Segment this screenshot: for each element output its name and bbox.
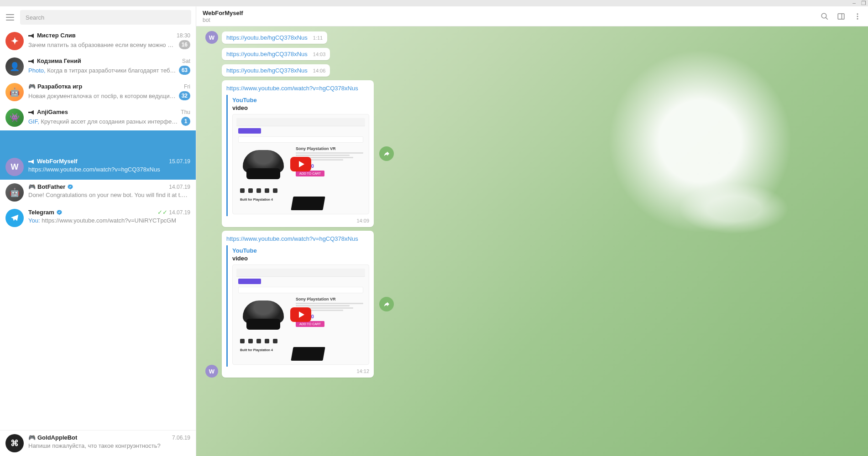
chat-preview: GIF, Крутецкий ассет для создания разных… <box>28 118 178 125</box>
chat-preview: Зачем платить за образование если всему … <box>28 41 176 48</box>
chat-time: Thu <box>181 109 190 115</box>
message-avatar[interactable]: W <box>205 365 218 378</box>
chat-name: GoldAppleBot <box>37 434 77 441</box>
channel-icon <box>28 57 35 64</box>
svg-point-5 <box>857 16 858 17</box>
chat-list[interactable]: ✦ Мистер Слив 18:30 Зачем платить за обр… <box>0 28 196 430</box>
message-time: 14:03 <box>313 52 326 57</box>
chat-item[interactable]: ⌘ 🎮GoldAppleBot 7.06.19 Напиши пожалуйст… <box>0 430 196 456</box>
app-root: ✦ Мистер Слив 18:30 Зачем платить за обр… <box>0 6 868 456</box>
message-link[interactable]: https://youtu.be/hgCQ378xNus <box>226 51 308 57</box>
chat-name: WebForMyself <box>37 158 78 165</box>
avatar: ✦ <box>5 32 24 50</box>
read-checks-icon: ✓✓ <box>157 209 167 216</box>
chat-item[interactable]: Telegram ✓✓14.07.19 You: https://www.you… <box>0 205 196 231</box>
preview-title: video <box>232 104 369 111</box>
message-bubble-rich[interactable]: https://www.youtube.com/watch?v=hgCQ378x… <box>222 80 374 227</box>
message-avatar[interactable]: W <box>205 31 218 44</box>
unread-badge: 32 <box>179 91 190 100</box>
svg-point-4 <box>857 13 858 15</box>
message-row: W https://www.youtube.com/watch?v=hgCQ37… <box>205 231 859 378</box>
chat-item[interactable]: 👤 Кодзима Гений Sat Photo, Когда в титра… <box>0 54 196 79</box>
preview-thumbnail[interactable]: Sony Playstation VR $390.00 ADD TO CART … <box>232 264 369 365</box>
search-box[interactable] <box>20 10 191 25</box>
preview-site: YouTube <box>232 97 369 104</box>
chat-name: BotFather <box>37 183 65 190</box>
search-icon[interactable] <box>821 12 829 21</box>
window-minimize[interactable]: – <box>852 0 856 6</box>
menu-icon[interactable] <box>5 12 16 23</box>
chat-preview: Done! Congratulations on your new bot. Y… <box>28 192 190 198</box>
chat-time: Fri <box>184 83 190 90</box>
avatar: ⌘ <box>5 434 24 452</box>
chat-time: 18:30 <box>177 32 190 39</box>
chat-name: Разработка игр <box>37 83 82 90</box>
chat-preview: https://www.youtube.com/watch?v=hgCQ378x… <box>28 166 190 173</box>
share-button[interactable] <box>379 146 394 161</box>
share-button[interactable] <box>379 297 394 311</box>
sidebar-header <box>0 6 196 28</box>
avatar: W <box>5 158 24 176</box>
message-link[interactable]: https://youtu.be/hgCQ378xNus <box>226 34 308 41</box>
chat-title: WebForMyself <box>203 10 243 16</box>
message-bubble[interactable]: https://youtu.be/hgCQ378xNus 14:03 <box>222 48 330 60</box>
chat-name: Кодзима Гений <box>37 57 81 64</box>
chat-item[interactable]: 👾 AnjiGames Thu GIF, Крутецкий ассет для… <box>0 105 196 130</box>
bot-icon: 🎮 <box>28 183 36 190</box>
message-link[interactable]: https://www.youtube.com/watch?v=hgCQ378x… <box>226 85 358 92</box>
chat-preview: You: https://www.youtube.com/watch?v=UNi… <box>28 217 190 224</box>
chat-preview: Новая документалочка от noclip, в которо… <box>28 93 176 99</box>
chat-name: AnjiGames <box>37 109 68 115</box>
avatar: 🤖 <box>5 183 24 202</box>
bot-icon: 🎮 <box>28 434 36 441</box>
message-row: https://www.youtube.com/watch?v=hgCQ378x… <box>205 80 859 227</box>
message-time: 14:06 <box>313 68 326 73</box>
message-bubble[interactable]: https://youtu.be/hgCQ378xNus 1:11 <box>222 31 327 44</box>
message-bubble[interactable]: https://youtu.be/hgCQ378xNus 14:06 <box>222 64 330 77</box>
chat-subtitle: bot <box>203 17 243 23</box>
sidebar: ✦ Мистер Слив 18:30 Зачем платить за обр… <box>0 6 196 456</box>
verified-icon <box>67 184 73 190</box>
channel-icon <box>28 109 35 115</box>
play-icon[interactable] <box>290 307 311 322</box>
chat-time: ✓✓14.07.19 <box>157 209 190 216</box>
preview-thumbnail[interactable]: Sony Playstation VR $390.00 ADD TO CART … <box>232 114 369 214</box>
avatar <box>5 209 24 227</box>
chat-header[interactable]: WebForMyself bot <box>196 6 868 26</box>
preview-site: YouTube <box>232 247 369 254</box>
message-list[interactable]: W https://youtu.be/hgCQ378xNus 1:11 http… <box>196 26 868 456</box>
chat-name: Telegram <box>28 209 54 216</box>
message-row: https://youtu.be/hgCQ378xNus 14:03 <box>205 47 859 60</box>
chat-item[interactable]: 🤖 🎮BotFather 14.07.19 Done! Congratulati… <box>0 180 196 205</box>
message-link[interactable]: https://youtu.be/hgCQ378xNus <box>226 67 308 74</box>
sidepanel-icon[interactable] <box>837 12 845 21</box>
sidebar-bottom: ⌘ 🎮GoldAppleBot 7.06.19 Напиши пожалуйст… <box>0 430 196 456</box>
chat-item-selected[interactable]: W WebForMyself 15.07.19 https://www.yout… <box>0 130 196 180</box>
svg-rect-2 <box>838 14 844 19</box>
window-titlebar: – ❐ <box>0 0 868 6</box>
window-maximize[interactable]: ❐ <box>861 0 866 6</box>
unread-badge: 1 <box>181 117 190 126</box>
channel-icon <box>28 32 35 39</box>
chat-item[interactable]: ✦ Мистер Слив 18:30 Зачем платить за обр… <box>0 28 196 54</box>
link-preview: YouTube video Sony Playstation VR $390.0… <box>226 245 369 367</box>
more-icon[interactable] <box>853 12 862 21</box>
svg-line-1 <box>826 17 828 20</box>
chat-time: 14.07.19 <box>169 184 190 190</box>
svg-point-0 <box>821 13 826 18</box>
message-bubble-rich[interactable]: https://www.youtube.com/watch?v=hgCQ378x… <box>222 231 374 378</box>
play-icon[interactable] <box>290 157 311 171</box>
message-link[interactable]: https://www.youtube.com/watch?v=hgCQ378x… <box>226 235 358 242</box>
message-time: 14:12 <box>226 368 369 374</box>
chat-view: WebForMyself bot W https://youtu.be/hgCQ… <box>196 6 868 456</box>
chat-item[interactable]: 🤖 🎮Разработка игр Fri Новая документалоч… <box>0 79 196 105</box>
message-time: 14:09 <box>226 218 369 223</box>
search-input[interactable] <box>26 14 186 21</box>
chat-preview: Напиши пожалуйста, что такое конгруэнтно… <box>28 442 190 449</box>
message-time: 1:11 <box>313 35 323 41</box>
message-row: W https://youtu.be/hgCQ378xNus 1:11 <box>205 31 859 44</box>
chat-time: 7.06.19 <box>172 435 190 441</box>
chat-name: Мистер Слив <box>37 32 76 39</box>
chat-time: 15.07.19 <box>169 158 190 165</box>
chat-preview: Photo, Когда в титрах разработчики благо… <box>28 67 176 74</box>
